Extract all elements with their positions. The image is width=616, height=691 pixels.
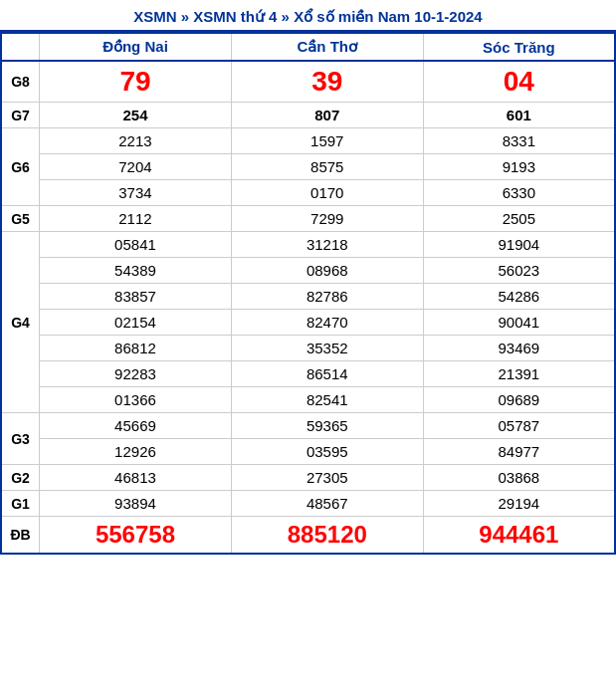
result-value: 59365 xyxy=(231,413,423,439)
result-value: 944461 xyxy=(423,517,615,555)
table-row: 868123535293469 xyxy=(1,336,615,361)
result-value: 45669 xyxy=(40,413,232,439)
table-row: G3456695936505787 xyxy=(1,413,615,439)
result-value: 93469 xyxy=(423,336,615,361)
result-value: 601 xyxy=(423,103,615,128)
result-value: 91904 xyxy=(423,232,615,258)
table-row: ĐB556758885120944461 xyxy=(1,517,615,555)
result-value: 254 xyxy=(40,103,232,128)
result-value: 86812 xyxy=(40,336,232,361)
result-value: 2213 xyxy=(40,128,232,154)
result-value: 83857 xyxy=(40,284,232,310)
result-value: 7299 xyxy=(231,206,423,232)
result-value: 29194 xyxy=(423,491,615,517)
table-row: 013668254109689 xyxy=(1,387,615,413)
result-value: 46813 xyxy=(40,465,232,491)
row-label: G3 xyxy=(1,413,40,465)
table-row: 129260359584977 xyxy=(1,439,615,465)
table-row: 838578278654286 xyxy=(1,284,615,310)
result-value: 54389 xyxy=(40,258,232,284)
result-value: 8575 xyxy=(231,154,423,180)
row-label: G5 xyxy=(1,206,40,232)
table-row: G2468132730503868 xyxy=(1,465,615,491)
col1-header: Đồng Nai xyxy=(40,33,232,61)
result-value: 3734 xyxy=(40,180,232,206)
result-value: 8331 xyxy=(423,128,615,154)
result-value: 90041 xyxy=(423,310,615,336)
result-value: 05841 xyxy=(40,232,232,258)
row-label: G2 xyxy=(1,465,40,491)
empty-header xyxy=(1,33,40,61)
table-row: G1938944856729194 xyxy=(1,491,615,517)
col2-header: Cần Thơ xyxy=(231,33,423,61)
result-value: 82470 xyxy=(231,310,423,336)
table-row: G6221315978331 xyxy=(1,128,615,154)
result-value: 08968 xyxy=(231,258,423,284)
result-value: 0170 xyxy=(231,180,423,206)
result-value: 82786 xyxy=(231,284,423,310)
result-value: 6330 xyxy=(423,180,615,206)
row-label: G1 xyxy=(1,491,40,517)
result-value: 39 xyxy=(231,61,423,103)
table-row: G4058413121891904 xyxy=(1,232,615,258)
result-value: 93894 xyxy=(40,491,232,517)
result-value: 1597 xyxy=(231,128,423,154)
table-row: 373401706330 xyxy=(1,180,615,206)
row-label: G7 xyxy=(1,103,40,128)
result-value: 807 xyxy=(231,103,423,128)
result-value: 01366 xyxy=(40,387,232,413)
result-value: 86514 xyxy=(231,361,423,387)
table-row: G7254807601 xyxy=(1,103,615,128)
result-value: 2112 xyxy=(40,206,232,232)
header: XSMN » XSMN thứ 4 » Xổ số miền Nam 10-1-… xyxy=(0,0,616,32)
result-value: 92283 xyxy=(40,361,232,387)
result-value: 885120 xyxy=(231,517,423,555)
row-label: G4 xyxy=(1,232,40,413)
result-value: 7204 xyxy=(40,154,232,180)
result-value: 03868 xyxy=(423,465,615,491)
result-value: 79 xyxy=(40,61,232,103)
table-row: 543890896856023 xyxy=(1,258,615,284)
results-table: Đồng Nai Cần Thơ Sóc Trăng G8793904G7254… xyxy=(0,32,616,555)
row-label: G6 xyxy=(1,128,40,206)
result-value: 03595 xyxy=(231,439,423,465)
row-label: ĐB xyxy=(1,517,40,555)
result-value: 2505 xyxy=(423,206,615,232)
result-value: 9193 xyxy=(423,154,615,180)
result-value: 35352 xyxy=(231,336,423,361)
result-value: 12926 xyxy=(40,439,232,465)
result-value: 82541 xyxy=(231,387,423,413)
table-row: G8793904 xyxy=(1,61,615,103)
result-value: 02154 xyxy=(40,310,232,336)
table-row: 922838651421391 xyxy=(1,361,615,387)
result-value: 09689 xyxy=(423,387,615,413)
result-value: 05787 xyxy=(423,413,615,439)
result-value: 27305 xyxy=(231,465,423,491)
result-value: 21391 xyxy=(423,361,615,387)
col3-header: Sóc Trăng xyxy=(423,33,615,61)
result-value: 04 xyxy=(423,61,615,103)
table-row: G5211272992505 xyxy=(1,206,615,232)
table-row: 720485759193 xyxy=(1,154,615,180)
breadcrumb-text: XSMN » XSMN thứ 4 » Xổ số miền Nam 10-1-… xyxy=(133,8,482,25)
table-row: 021548247090041 xyxy=(1,310,615,336)
result-value: 84977 xyxy=(423,439,615,465)
result-value: 556758 xyxy=(40,517,232,555)
result-value: 56023 xyxy=(423,258,615,284)
result-value: 31218 xyxy=(231,232,423,258)
result-value: 48567 xyxy=(231,491,423,517)
result-value: 54286 xyxy=(423,284,615,310)
column-header-row: Đồng Nai Cần Thơ Sóc Trăng xyxy=(1,33,615,61)
row-label: G8 xyxy=(1,61,40,103)
